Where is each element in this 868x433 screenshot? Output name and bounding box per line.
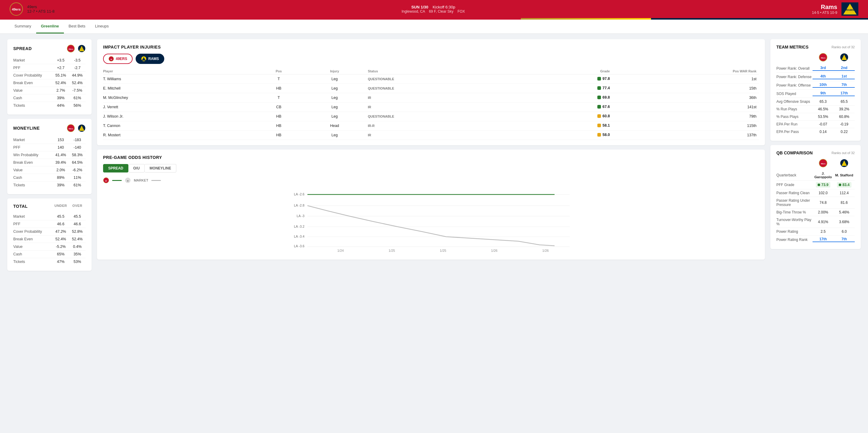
spread-market-label: Market [13,58,53,62]
ml-row-break-even: Break Even 39.4% 64.5% [13,159,86,167]
metric-val-right: 65.5 [834,99,855,104]
game-day: SUN 1/30 [411,5,428,9]
moneyline-team-icons: 49ers [67,124,86,132]
toggle-49ers-label: 49ERS [116,57,127,61]
spread-pff-right: -2.7 [69,66,86,70]
total-row-pff: PFF 46.6 46.6 [13,221,86,228]
svg-text:49: 49 [110,58,112,60]
total-tickets-label: Tickets [13,260,53,264]
injury-grade: 97.8 [529,75,612,84]
metric-val-left: 65.3 [812,99,834,104]
spread-cash-label: Cash [13,96,53,100]
qb-metric-val-left: 2.5 [812,229,834,234]
spread-val-left: 2.7% [53,88,69,93]
svg-text:SF: SF [105,180,107,182]
metric-label: % Run Plays [776,107,812,111]
injury-status: QUESTIONABLE [368,84,529,93]
qb-metric-val-right[interactable]: 7th [834,237,855,242]
injury-table: Player Pos Injury Status Grade Pos WAR R… [103,68,759,140]
right-column: TEAM METRICS Ranks out of 32 49ers [770,39,861,249]
odds-tab-ou[interactable]: O/U [128,164,145,172]
total-val-label: Value [13,244,53,249]
metric-val-left[interactable]: 9th [812,91,834,96]
metric-val-right[interactable]: 2nd [834,66,855,71]
metrics-rows: Power Rank: Overall 3rd 2nd Power Rank: … [776,64,855,135]
svg-text:49ers: 49ers [821,57,826,59]
away-team-header: Rams 14-5 • ATS 10-9 RAMS [812,2,858,16]
metric-val-left[interactable]: 3rd [812,66,834,71]
spread-row-cash: Cash 39% 61% [13,94,86,102]
metric-val-left[interactable]: 10th [812,83,834,88]
total-row-break-even: Break Even 52.4% 52.4% [13,235,86,243]
team-metrics-header: TEAM METRICS Ranks out of 32 [776,45,855,50]
header: 49ers 49ers 12-7 • ATS 11-8 SUN 1/30 Kic… [0,0,868,18]
metric-val-left[interactable]: 4th [812,74,834,79]
spread-row-value: Value 2.7% -7.5% [13,87,86,94]
total-cover-label: Cover Probability [13,229,53,234]
injury-player-name: J. Verrett [103,103,256,112]
home-team-header: 49ers 49ers 12-7 • ATS 11-8 [10,2,55,16]
ml-market-label: Market [13,138,53,142]
qb-metric-val-left: 2.00% [812,210,834,214]
odds-tab-moneyline[interactable]: MONEYLINE [145,164,176,172]
nav-item-best-bets[interactable]: Best Bets [64,20,90,33]
ml-cash-left: 89% [53,175,69,180]
toggle-49ers-btn[interactable]: 49 49ERS [103,54,133,64]
col-pos: Pos [256,68,304,75]
home-team-record: 12-7 • ATS 11-8 [27,9,55,13]
qb-metric-val-left[interactable]: 17th [812,237,834,242]
total-be-under: 52.4% [53,237,69,241]
qb-ranks-note: Ranks out of 32 [832,151,855,155]
injury-player-name: T. Williams [103,75,256,84]
spread-val-right: -7.5% [69,88,86,93]
qb-row: PFF Grade 73.9 83.4 [776,181,855,190]
total-card: TOTAL UNDER OVER Market 45.5 45.5 PFF 46… [7,198,92,271]
odds-tab-spread[interactable]: SPREAD [103,164,128,172]
game-weather: 69 F, Clear Sky [429,9,453,13]
metric-val-right[interactable]: 7th [834,83,855,88]
injury-pos: HB [256,84,304,93]
spread-pff-left: +2.7 [53,66,69,70]
spread-card-header: SPREAD 49ers [13,45,86,53]
spread-row-break-even: Break Even 52.4% 52.4% [13,79,86,87]
col-grade: Grade [529,68,612,75]
49ers-logo-icon: 49ers [10,2,23,16]
total-market-label: Market [13,214,53,219]
injury-row: T. Williams T Leg QUESTIONABLE 97.8 1st [103,75,759,84]
metric-row: EPA Per Pass 0.14 0.22 [776,128,855,135]
qb-row: Power Rating Rank 17th 7th [776,235,855,243]
qb-rams-icon [840,159,848,167]
injury-row: J. Verrett CB Leg IR 67.6 141st [103,103,759,112]
injury-rank: 1st [612,75,759,84]
metric-val-right[interactable]: 1st [834,74,855,79]
qb-metric-val-left: 102.0 [812,191,834,195]
svg-text:1/25: 1/25 [389,249,395,252]
toggle-rams-btn[interactable]: RAMS [135,54,164,64]
qb-49ers-icon-col: 49ers [812,159,834,168]
metric-label: Power Rank: Overall [776,66,812,70]
injuries-card: IMPACT PLAYER INJURIES 49 49ERS RAMS [97,39,765,145]
nav-item-lineups[interactable]: Lineups [90,20,114,33]
spread-val-label: Value [13,88,53,93]
injury-pos: CB [256,103,304,112]
injury-rank: 36th [612,93,759,103]
away-team-info: Rams 14-5 • ATS 10-9 [812,4,837,15]
injury-type: Leg [304,103,368,112]
spread-team-icons: 49ers [67,45,86,53]
metric-val-right[interactable]: 17th [834,91,855,96]
total-cover-under: 47.2% [53,229,69,234]
main-content: SPREAD 49ers Market +3.5 -3.5 [0,34,868,276]
ranks-note: Ranks out of 32 [832,45,855,49]
total-card-header: TOTAL UNDER OVER [13,204,86,209]
injury-player-name: M. McGlinchey [103,93,256,103]
svg-text:1/26: 1/26 [542,249,549,252]
svg-text:49ers: 49ers [68,128,73,129]
gray-chart-line [307,206,555,246]
spread-cover-left: 55.1% [53,73,69,78]
svg-text:49ers: 49ers [68,48,73,50]
nav-item-summary[interactable]: Summary [10,20,36,33]
team-toggle: 49 49ERS RAMS [103,54,759,64]
nav-item-greenline[interactable]: Greenline [36,20,64,33]
injury-grade: 67.6 [529,103,612,112]
svg-text:M: M [127,180,128,182]
